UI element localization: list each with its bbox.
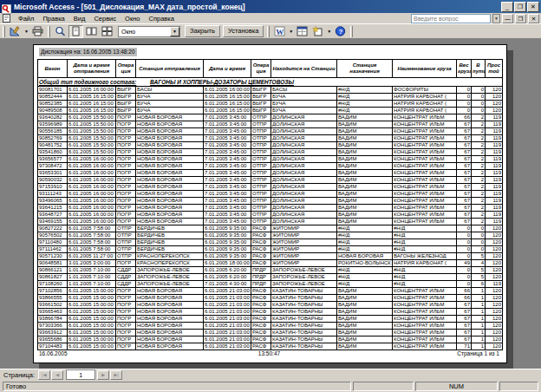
next-page-button[interactable]: ▶ [97,370,109,380]
table-row: 931112436.01.2005 16:00:00ПОГРНОВАЯ БОРО… [38,191,503,198]
status-text: Готово [3,382,351,391]
help-button[interactable]: ? [333,25,348,38]
menu-item-window[interactable]: Окно [121,14,144,23]
table-row: 936412156.01.2005 16:00:00ПОГРНОВАЯ БОРО… [38,205,503,212]
menu-bar-items: ФайлПравкаВидСервисОкноСправка [14,15,179,23]
status-bar: Готово NUM [0,380,541,392]
report-header-row: ВагонДата и время отправленияОпера цияСт… [38,60,503,78]
print-preview-area: Дислокация на: 16.06.2005 13:48:20 Вагон… [0,39,541,369]
toolbar-separator [48,26,50,37]
mdi-minimize-button[interactable]: — [502,14,513,23]
menu-item-view[interactable]: Вид [69,14,90,23]
officelinks-dropdown-icon[interactable]: ▼ [288,25,294,38]
footer-page-number: Страница 1 из 1 [348,350,499,356]
new-object-button[interactable] [310,25,325,38]
mdi-restore-button[interactable]: ❐ [515,14,526,23]
table-row: 905765026.01.2005 7:58:00ОТПРБЕРДИЧЕВ6.0… [38,232,503,239]
table-row: 935969896.01.2005 15:50:00ПОГРНОВАЯ БОРО… [38,121,503,128]
page-nav-label: Страница: [3,371,35,379]
table-row: 934960656.01.2005 16:00:00ПОГРНОВАЯ БОРО… [38,198,503,205]
table-row: 936615026.01.2005 15:00:00ПОГРНОВАЯ БОРО… [38,302,503,309]
group-header-value: ВАГОНЫ И ХОППЕРЫ-ДОЗАТОРЫ ЦЕМЕНТОВОЗЫ [150,79,294,85]
menu-item-edit[interactable]: Правка [38,14,68,23]
table-row: 971082601.01.2005 7:10:00СДДРЗАПОРОЖЬЕ-Л… [38,281,503,288]
mdi-close-button[interactable]: ✕ [528,14,539,23]
two-pages-button[interactable] [84,25,99,38]
table-row: 934691556.01.2005 16:00:00ПОГРНОВАЯ БОРО… [38,219,503,225]
column-header: Дата и время отправления [68,60,116,78]
table-row: 936533016.01.2005 16:00:00ПОГРНОВАЯ БОРО… [38,170,503,177]
database-window-button[interactable] [295,25,310,38]
access-app-icon [2,2,11,11]
table-row: 971114626.01.2005 7:58:00ОТПРБЕРДИЧЕВ6.0… [38,246,503,253]
report-table: ВагонДата и время отправленияОпера цияСт… [37,59,503,350]
column-header: Станция назначения [337,60,393,78]
window-title: Microsoft Access - [501_Дислокация_MAX д… [14,3,501,11]
status-panel-empty-1 [353,382,414,391]
table-row: 936654636.01.2005 15:00:00ПОГРНОВАЯ БОРО… [38,309,503,316]
new-object-dropdown-icon[interactable]: ▼ [326,25,332,38]
multiple-pages-button[interactable] [100,25,114,38]
group-header-prefix: Общий тип подвижного состава: [39,79,136,85]
table-row: 971044836.01.2005 15:00:00ПОГРНОВАЯ БОРО… [38,343,503,350]
table-row: 905712306.01.2005 11:27:00ОТПРКРАСНОПЕРЕ… [38,253,503,260]
table-row: 908272226.01.2005 7:58:00ОТПРБЕРДИЧЕВ6.0… [38,225,503,232]
table-row: 908527696.01.2005 15:50:00ПОГРНОВАЯ БОРО… [38,135,503,142]
close-button[interactable]: ✕ [527,2,539,12]
design-view-dropdown-icon[interactable]: ▼ [23,25,29,38]
officelinks-button[interactable]: W [272,25,287,38]
prev-page-button[interactable]: ◀ [51,370,63,380]
table-row: 904817526.01.2005 15:50:00ПОГРНОВАЯ БОРО… [38,142,503,149]
column-header: Вагон [38,60,68,78]
zoom-select[interactable]: Окно ▼ [118,26,180,37]
report-document-icon [3,14,10,23]
table-row: 936487276.01.2005 16:00:00ПОГРНОВАЯ БОРО… [38,212,503,219]
title-bar: Microsoft Access - [501_Дислокация_MAX д… [0,0,541,13]
group-header-row: Общий тип подвижного состава: ВАГОНЫ И Х… [38,78,503,87]
table-row: 935418606.01.2005 15:50:00ПОГРНОВАЯ БОРО… [38,149,503,156]
menu-bar: ФайлПравкаВидСервисОкноСправка ▼ — ❐ ✕ [0,13,541,24]
page-number-input[interactable] [66,369,95,380]
zoom-tool-button[interactable] [53,25,68,38]
minimize-button[interactable]: _ [501,2,513,12]
svg-text:W: W [277,28,284,36]
table-row: 908524446.01.2005 16:15:00ВЫГРБУЧА6.01.2… [38,94,503,101]
column-header: Наименование груза [393,60,457,78]
report-page-footer: 16.06.2005 13:50:47 Страница 1 из 1 [39,350,499,356]
page-setup-button[interactable]: Установка [223,25,264,37]
close-preview-button[interactable]: Закрыть [185,25,220,37]
table-row: 908661211.01.2005 7:10:00СДДРЗАПОРОЖЬЕ-Л… [38,267,503,274]
table-row: 973033666.01.2005 15:00:00ПОГРНОВАЯ БОРО… [38,323,503,330]
menu-item-file[interactable]: Файл [14,14,38,23]
zoom-select-value: Окно [121,29,135,35]
column-header: Дата и время [204,60,251,78]
design-view-button[interactable] [8,25,23,38]
toolbar-grip[interactable] [3,26,5,37]
table-row: 904895086.01.2005 16:15:00ВЫГРБУЧА6.01.2… [38,108,503,114]
last-page-button[interactable]: ▶| [110,370,122,380]
toolbar-end-grip[interactable] [350,26,353,37]
zoom-select-arrow-icon[interactable]: ▼ [170,27,179,36]
menu-item-service[interactable]: Сервис [89,14,121,23]
table-row: 971028566.01.2005 15:00:00ПОГРНОВАЯ БОРО… [38,288,503,295]
table-row: 936639126.01.2005 15:00:00ПОГРНОВАЯ БОРО… [38,330,503,336]
table-row: 900817016.01.2005 16:00:00ВЫГРБАСЫ6.01.2… [38,87,503,94]
question-dropdown-icon[interactable]: ▼ [492,14,500,23]
report-page[interactable]: Дислокация на: 16.06.2005 13:48:20 Вагон… [33,44,507,363]
question-input[interactable] [411,14,491,23]
column-header: Опера ция [251,60,271,78]
table-row: 936556866.01.2005 15:00:00ПОГРНОВАЯ БОРО… [38,336,503,343]
one-page-button[interactable] [68,25,83,38]
dislocation-label: Дислокация на: 16.06.2005 13:48:20 [39,48,137,56]
column-header: Опера ция [116,60,136,78]
table-row: 908618271.01.2005 7:10:00СДДРЗАПОРОЖЬЕ-Л… [38,274,503,281]
print-preview-toolbar: ▼ [0,24,541,39]
print-button[interactable] [30,25,45,38]
first-page-button[interactable]: |◀ [38,370,50,380]
menu-item-help[interactable]: Справка [145,14,179,23]
restore-button[interactable]: ❐ [514,2,526,12]
footer-date: 16.06.2005 [39,350,191,356]
footer-time: 13:50:47 [191,350,348,356]
status-panel-empty-2 [499,382,538,391]
table-row: 905900326.01.2005 16:00:00ПОГРНОВАЯ БОРО… [38,177,503,184]
